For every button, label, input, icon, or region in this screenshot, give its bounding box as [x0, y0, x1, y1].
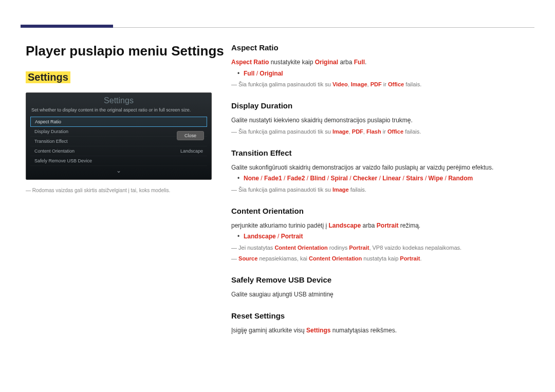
section-title: Settings	[26, 71, 70, 83]
menu-item-safely-remove-usb[interactable]: Safely Remove USB Device	[30, 156, 207, 166]
rule-accent	[21, 25, 113, 28]
topic-note: Šia funkcija galima pasinaudoti tik su V…	[231, 79, 534, 90]
device-title: Settings	[26, 93, 211, 107]
left-column: Player puslapio meniu Settings Settings …	[26, 43, 226, 348]
right-column: Aspect Ratio Aspect Ratio nustatykite ka…	[226, 43, 534, 348]
menu-item-aspect-ratio[interactable]: Aspect Ratio	[30, 117, 207, 127]
topic-text: Aspect Ratio nustatykite kaip Original a…	[231, 57, 534, 68]
menu-item-value: Landscape	[180, 148, 203, 154]
topic-note: Jei nustatytas Content Orientation rodin…	[231, 242, 534, 253]
topic-title: Reset Settings	[231, 311, 534, 320]
topic-note: Source nepasiekiamas, kai Content Orient…	[231, 253, 534, 264]
menu-item-label: Safely Remove USB Device	[34, 158, 92, 163]
option-list: None / Fade1 / Fade2 / Blind / Spiral / …	[231, 173, 534, 184]
chevron-down-icon[interactable]: ⌄	[26, 166, 211, 174]
topic-transition-effect: Transition Effect Galite sukonfigūruoti …	[231, 148, 534, 195]
topic-text: Galite sukonfigūruoti skaidrių demonstra…	[231, 162, 534, 174]
topic-safely-remove-usb: Safely Remove USB Device Galite saugiau …	[231, 275, 534, 301]
menu-item-content-orientation[interactable]: Content Orientation Landscape	[30, 146, 207, 156]
menu-item-label: Display Duration	[34, 129, 68, 134]
topic-note: Šia funkcija galima pasinaudoti tik su I…	[231, 126, 534, 137]
menu-item-label: Content Orientation	[34, 148, 75, 154]
topic-title: Aspect Ratio	[231, 43, 534, 52]
topic-title: Display Duration	[231, 101, 534, 110]
option-list: Full / Original	[231, 68, 534, 80]
topic-text: Galite nustatyti kiekvieno skaidrių demo…	[231, 115, 534, 126]
topic-text: perjunkite atkuriamo turinio padėtį į La…	[231, 220, 534, 232]
topic-display-duration: Display Duration Galite nustatyti kiekvi…	[231, 101, 534, 137]
menu-item-label: Transition Effect	[34, 139, 68, 144]
menu-item-label: Aspect Ratio	[35, 119, 61, 124]
close-button[interactable]: Close	[177, 131, 204, 140]
topic-title: Safely Remove USB Device	[231, 275, 534, 284]
device-description: Set whether to display content in the or…	[26, 107, 211, 117]
topic-aspect-ratio: Aspect Ratio Aspect Ratio nustatykite ka…	[231, 43, 534, 90]
topic-content-orientation: Content Orientation perjunkite atkuriamo…	[231, 207, 534, 264]
image-disclaimer: Rodomas vaizdas gali skirtis atsižvelgia…	[26, 187, 226, 194]
topic-title: Content Orientation	[231, 207, 534, 215]
page-body: Player puslapio meniu Settings Settings …	[0, 28, 555, 348]
topic-title: Transition Effect	[231, 148, 534, 157]
topic-text: Įsigiję gaminį atkurkite visų Settings n…	[231, 325, 534, 337]
page-title: Player puslapio meniu Settings	[26, 43, 226, 59]
option-list: Landscape / Portrait	[231, 231, 534, 242]
device-screenshot: Settings Set whether to display content …	[26, 92, 212, 180]
device-menu: Aspect Ratio Display Duration Transition…	[30, 117, 207, 166]
topic-note: Šia funkcija galima pasinaudoti tik su I…	[231, 184, 534, 195]
topic-reset-settings: Reset Settings Įsigiję gaminį atkurkite …	[231, 311, 534, 337]
top-rule	[21, 0, 534, 28]
topic-text: Galite saugiau atjungti USB atmintinę	[231, 289, 534, 301]
rule-line	[113, 27, 534, 28]
